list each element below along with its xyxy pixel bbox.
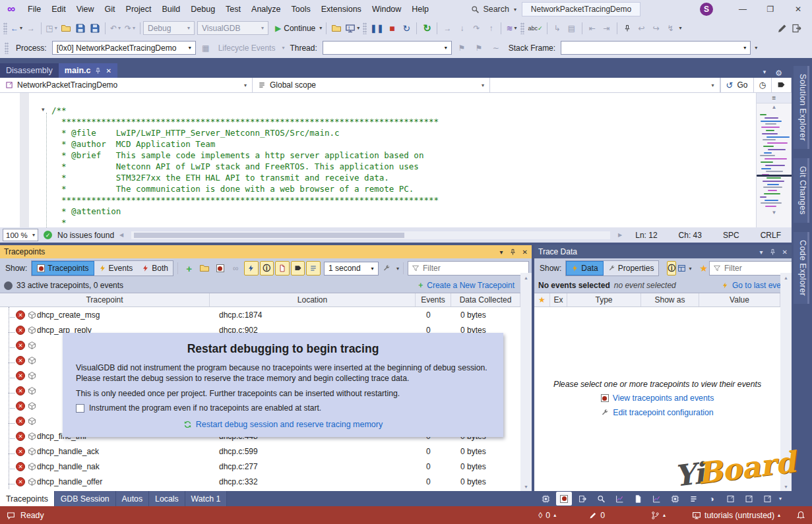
tracepoint-error-icon[interactable]: ✕: [16, 417, 25, 426]
show-labels-toggle[interactable]: [291, 261, 305, 276]
graph-view-button[interactable]: [611, 492, 627, 506]
undo-button[interactable]: ↶▾: [108, 21, 123, 36]
create-new-tracepoint-link[interactable]: Create a New Tracepoint: [427, 281, 515, 290]
step-out-button[interactable]: ↑: [484, 21, 498, 36]
trace-data-filter-input[interactable]: [724, 264, 792, 273]
tracepoint-error-icon[interactable]: ✕: [16, 356, 25, 365]
menu-extensions[interactable]: Extensions: [316, 0, 367, 18]
feedback-bubble-icon[interactable]: [7, 510, 15, 521]
breakpoint-margin[interactable]: [20, 93, 29, 227]
vertical-tab-code-explorer[interactable]: Code Explorer: [794, 232, 809, 304]
comment-button[interactable]: ▤: [565, 21, 579, 36]
pending-changes-indicator[interactable]: 0: [589, 510, 605, 521]
clear-bookmarks-button[interactable]: ↯: [664, 21, 678, 36]
minimize-button[interactable]: —: [729, 0, 757, 18]
menu-analyze[interactable]: Analyze: [246, 0, 286, 18]
show-info-toggle[interactable]: ⓘ: [260, 261, 274, 276]
flag-thread-icon[interactable]: ⚑: [454, 41, 469, 55]
scroll-right-icon[interactable]: ▶: [618, 232, 622, 238]
find-in-files-button[interactable]: [329, 21, 344, 36]
search-view-button[interactable]: [593, 492, 609, 506]
export-view-button[interactable]: [575, 492, 590, 506]
memory-view-button[interactable]: [630, 492, 646, 506]
previous-bookmark-button[interactable]: ↩: [635, 21, 649, 36]
table-row[interactable]: ✕dhcp_handle_nakdhcp.c:27700 bytes: [0, 459, 532, 474]
suspend-thread-icon[interactable]: ∼: [489, 41, 503, 55]
tracepoint-error-icon[interactable]: ✕: [16, 326, 25, 335]
tab-list-icon[interactable]: ▾: [763, 69, 766, 78]
tracepoint-error-icon[interactable]: ✕: [16, 401, 25, 411]
float-window-button[interactable]: [722, 492, 738, 506]
solution-configuration-combo[interactable]: Debug▾: [143, 21, 195, 35]
bottom-tab-watch-1[interactable]: Watch 1: [185, 491, 228, 506]
dock-window-button[interactable]: [741, 492, 757, 506]
toolbar-overflow-icon[interactable]: ▾: [779, 496, 782, 502]
tracepoint-error-icon[interactable]: ✕: [16, 371, 25, 380]
notifications-bell-icon[interactable]: [796, 510, 805, 521]
column-ex[interactable]: Ex: [550, 293, 567, 306]
column-indicator[interactable]: Ch: 43: [671, 231, 710, 240]
minimap-scrollbar[interactable]: ≡ ▲ ▼: [756, 93, 792, 227]
toolbar-grip[interactable]: [363, 22, 367, 34]
continue-button[interactable]: ▶ Continue ▾: [274, 21, 323, 36]
view-tracepoints-link-row[interactable]: View tracepoints and events: [601, 393, 714, 403]
decrease-indent-button[interactable]: ⇤: [585, 21, 600, 36]
break-all-button[interactable]: ❚❚: [369, 21, 385, 36]
column-show-as[interactable]: Show as: [641, 293, 699, 306]
increase-indent-button[interactable]: ⇥: [600, 21, 614, 36]
search-control[interactable]: Search ▾: [466, 2, 522, 16]
step-into-button[interactable]: ↓: [454, 21, 469, 36]
zoom-level-combo[interactable]: 100 %▾: [3, 229, 38, 241]
thread-combo[interactable]: ▾: [323, 41, 452, 55]
favorites-button[interactable]: ★: [699, 261, 708, 276]
tracepoint-error-icon[interactable]: ✕: [16, 386, 25, 395]
account-avatar[interactable]: S: [700, 3, 713, 16]
show-documents-toggle[interactable]: [275, 261, 290, 276]
menu-build[interactable]: Build: [156, 0, 185, 18]
member-dropdown[interactable]: ▾: [490, 78, 720, 92]
edit-tracepoint-link-row[interactable]: Edit tracepoint configuration: [601, 407, 713, 418]
fold-collapse-icon[interactable]: ▾: [42, 106, 45, 113]
process-combo[interactable]: [0x0] NetworkPacketTracingDemo▾: [52, 41, 196, 55]
navigate-cursor-button[interactable]: ↳: [550, 21, 565, 36]
table-row[interactable]: ✕dhcp_handle_offerdhcp.c:33200 bytes: [0, 474, 532, 489]
code-area[interactable]: ▾ /** **********************************…: [0, 93, 792, 227]
menu-project[interactable]: Project: [121, 0, 157, 18]
menu-tools[interactable]: Tools: [286, 0, 316, 18]
issues-status[interactable]: No issues found: [57, 231, 114, 240]
refresh-interval-combo[interactable]: 1 second▾: [324, 262, 379, 276]
add-tracepoint-button[interactable]: +: [182, 261, 197, 276]
toggle-bookmark-button[interactable]: [620, 21, 635, 36]
tracepoints-filter-input[interactable]: [423, 264, 525, 273]
bottom-tab-gdb-session[interactable]: GDB Session: [55, 491, 116, 506]
link-tracepoints-button[interactable]: ∞: [229, 261, 243, 276]
show-events-toggle[interactable]: [244, 261, 259, 276]
menu-test[interactable]: Test: [220, 0, 246, 18]
close-icon[interactable]: ✕: [782, 248, 788, 256]
column-tracepoint[interactable]: Tracepoint: [0, 293, 210, 306]
parallel-stacks-button[interactable]: ≋▾: [504, 21, 518, 36]
toolbar-grip[interactable]: [3, 22, 7, 34]
hot-reload-button[interactable]: ↻: [420, 21, 434, 36]
spell-check-button[interactable]: abc✓: [526, 21, 544, 36]
next-bookmark-button[interactable]: ↪: [649, 21, 664, 36]
toolbar-overflow-icon[interactable]: ▾: [755, 45, 757, 51]
column-favorite[interactable]: ★: [534, 293, 550, 306]
column-type[interactable]: Type: [567, 293, 641, 306]
restart-debug-link[interactable]: Restart debug session and reserve tracin…: [196, 420, 383, 429]
trace-data-filter-box[interactable]: [709, 261, 792, 276]
lifecycle-events-label[interactable]: Lifecycle Events: [218, 44, 276, 53]
cpu-view-button[interactable]: [538, 492, 553, 506]
tracepoint-error-icon[interactable]: ✕: [16, 310, 25, 320]
show-next-statement-button[interactable]: →: [440, 21, 454, 36]
stop-debugging-button[interactable]: ■: [385, 21, 399, 36]
window-menu-icon[interactable]: ▾: [760, 248, 763, 256]
column-events[interactable]: Events: [416, 293, 451, 306]
column-chooser-caret-icon[interactable]: ▾: [689, 266, 691, 272]
attach-to-process-button[interactable]: ▾: [344, 21, 361, 36]
device-view-button[interactable]: [667, 492, 683, 506]
new-window-button[interactable]: [759, 492, 775, 506]
restore-button[interactable]: ❐: [757, 0, 784, 18]
live-share-button[interactable]: [790, 21, 804, 36]
close-icon[interactable]: ✕: [522, 248, 528, 256]
